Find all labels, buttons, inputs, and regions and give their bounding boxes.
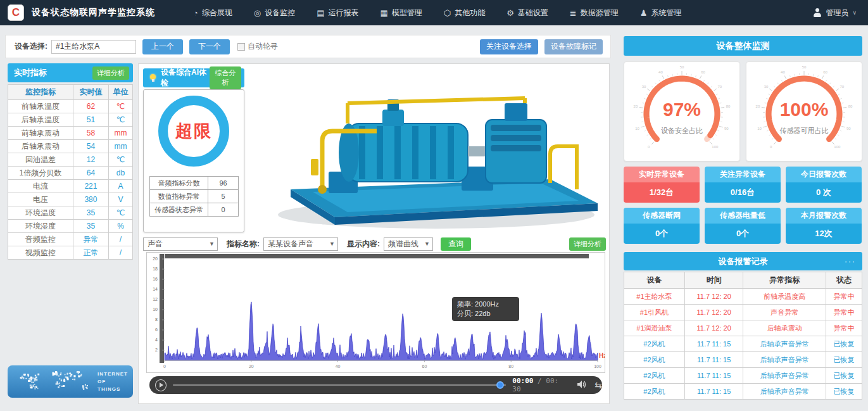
ai-score-row: 传感器状态异常0 (150, 203, 239, 217)
nav-item-6[interactable]: ⚙基础设置 (506, 8, 548, 18)
stat-card[interactable]: 本月报警次数12次 (786, 208, 862, 244)
gauge: 0102030405060708090100100%传感器可用占比 (746, 62, 862, 161)
alarm-time: 11.7 11: 15 (684, 384, 743, 400)
fault-mark-button[interactable]: 设备故障标记 (544, 39, 603, 54)
alarm-panel-header: 设备报警记录 ··· (624, 252, 862, 270)
metric-value: 64 (73, 167, 108, 180)
alarm-status: 已恢复 (826, 352, 862, 368)
stat-card[interactable]: 实时异常设备1/32台 (624, 167, 700, 203)
stat-card[interactable]: 关注异常设备0/16台 (705, 167, 781, 203)
alarm-device: #2风机 (624, 352, 685, 368)
alarm-time: 11.7 11: 15 (684, 352, 743, 368)
alarm-status: 已恢复 (826, 368, 862, 384)
realtime-detail-button[interactable]: 详细分析 (92, 66, 129, 80)
audio-detail-button[interactable]: 详细分析 (569, 237, 606, 251)
ai-score-row: 音频指标分数96 (150, 177, 239, 190)
svg-text:80: 80 (508, 364, 513, 369)
nav-item-label: 运行报表 (329, 8, 359, 18)
metric-name-select[interactable]: 某某设备声音▼ (263, 237, 338, 251)
nav-item-label: 设备监控 (265, 8, 295, 18)
nav-menu: ◔综合展现◎设备监控▤运行报表▦模型管理⬡其他功能⚙基础设置≣数据源管理♟系统管… (193, 8, 681, 18)
next-device-button[interactable]: 下一个 (189, 39, 230, 54)
nav-item-label: 其他功能 (455, 8, 485, 18)
stat-card-value: 0/16台 (705, 182, 781, 203)
metric-value: 58 (73, 127, 108, 140)
nav-item-7[interactable]: ≣数据源管理 (570, 8, 619, 18)
svg-text:90: 90 (846, 127, 851, 130)
seek-bar[interactable] (173, 384, 506, 386)
metric-name: 前轴承震动 (8, 127, 73, 140)
stat-card[interactable]: 今日报警次数0 次 (786, 167, 862, 203)
nav-item-label: 基础设置 (518, 8, 548, 18)
alarm-device: #1润滑油泵 (624, 320, 685, 336)
alarm-device: #1引风机 (624, 305, 685, 320)
nav-item-4[interactable]: ▦模型管理 (381, 8, 422, 18)
audio-type-select[interactable]: 声音▼ (143, 237, 218, 251)
metric-unit: / (109, 246, 133, 260)
loop-icon[interactable]: ⇆ (594, 380, 602, 390)
spectrum-chart[interactable]: 2018161412108642020406080100Hz 频率: 2000H… (146, 252, 605, 373)
nav-item-8[interactable]: ♟系统管理 (640, 8, 682, 18)
metric-unit: mm (109, 127, 133, 140)
spectrum-series (165, 302, 598, 360)
spectrum-canvas[interactable]: 2018161412108642020406080100Hz (147, 253, 605, 372)
nav-item-1[interactable]: ◔综合展现 (193, 8, 232, 18)
ai-score-value: 5 (208, 190, 239, 203)
stat-card-value: 12次 (786, 224, 862, 244)
nav-item-5[interactable]: ⬡其他功能 (444, 8, 485, 18)
prev-device-button[interactable]: 上一个 (142, 39, 183, 54)
display-content-value: 频谱曲线 (388, 239, 418, 250)
alarm-time: 11.7 12: 20 (684, 289, 743, 305)
chevron-down-icon: ∨ (852, 9, 857, 16)
query-button[interactable]: 查询 (441, 237, 471, 251)
alarm-more-button[interactable]: ··· (845, 257, 856, 266)
chart-scrollbar-horizontal[interactable] (165, 254, 589, 258)
svg-text:40: 40 (336, 364, 341, 369)
nav-item-2[interactable]: ◎设备监控 (254, 8, 295, 18)
metric-unit: mm (109, 140, 133, 153)
app-root: C 设备状态物联网声学监控系统 ◔综合展现◎设备监控▤运行报表▦模型管理⬡其他功… (0, 0, 868, 411)
svg-text:30: 30 (764, 85, 769, 89)
stat-card[interactable]: 传感器电量低0个 (705, 208, 781, 244)
user-menu[interactable]: 管理员 ∨ (813, 8, 857, 18)
alarm-status: 已恢复 (826, 384, 862, 400)
seek-knob[interactable] (496, 381, 504, 389)
metric-unit: % (109, 220, 133, 233)
user-name: 管理员 (826, 8, 848, 18)
ai-analyze-button[interactable]: 综合分析 (210, 66, 241, 89)
metric-unit: ℃ (109, 113, 133, 127)
alarm-status: 异常中 (826, 320, 862, 336)
stat-card[interactable]: 传感器断网0个 (624, 208, 700, 244)
volume-icon[interactable] (577, 380, 587, 391)
realtime-panel: 实时指标 详细分析 监控指标实时值单位 前轴承温度62℃后轴承温度51℃前轴承震… (8, 63, 133, 260)
alarm-device: #2风机 (624, 384, 685, 400)
alarm-col-header: 状态 (826, 272, 862, 289)
gauge-value: 97% (663, 99, 701, 120)
metric-unit: ℃ (109, 206, 133, 220)
svg-text:8: 8 (155, 317, 158, 322)
nav-item-3[interactable]: ▤运行报表 (317, 8, 358, 18)
metric-value: 221 (73, 180, 108, 193)
auto-cycle-checkbox[interactable] (237, 43, 245, 51)
play-button[interactable] (155, 379, 167, 391)
tooltip-decibel: 分贝: 22db (457, 309, 514, 319)
stat-card-title: 关注异常设备 (705, 167, 781, 182)
follow-device-button[interactable]: 关注设备选择 (480, 39, 538, 54)
stat-card-value: 1/32台 (624, 182, 700, 203)
svg-text:10: 10 (153, 307, 158, 312)
ai-status-text: 超限 (175, 120, 212, 142)
metric-unit: db (109, 167, 133, 180)
stat-card-title: 传感器断网 (624, 208, 700, 224)
device-select-input[interactable] (51, 40, 136, 54)
alarm-row: #1润滑油泵11.7 12: 20后轴承震动异常中 (624, 320, 862, 336)
alarm-table-header: 设备时间异常指标状态 (624, 272, 862, 289)
overview-panel: 设备整体监测 010203040506070809010097%设备安全占比01… (624, 36, 862, 56)
metric-name: 回油温差 (8, 153, 73, 167)
realtime-row: 前轴承温度62℃ (8, 100, 133, 113)
svg-text:0: 0 (163, 364, 166, 369)
stat-card-value: 0个 (624, 224, 700, 244)
realtime-row: 1倍频分贝数64db (8, 167, 133, 180)
svg-text:100: 100 (594, 364, 601, 369)
chart-scrollbar-vertical[interactable] (160, 254, 164, 363)
display-content-select[interactable]: 频谱曲线▼ (384, 237, 433, 251)
